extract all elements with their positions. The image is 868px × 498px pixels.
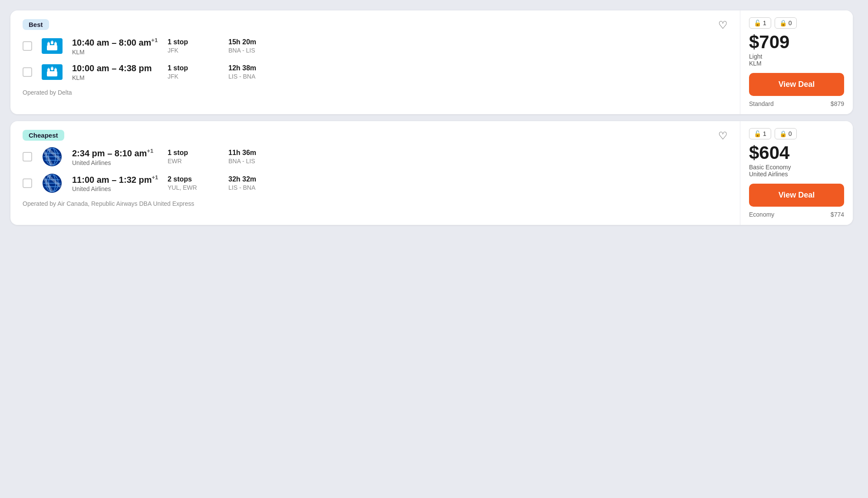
outbound-times-1: 2:34 pm – 8:10 am+1 United Airlines bbox=[72, 148, 159, 166]
outbound-duration-route-1: BNA - LIS bbox=[228, 158, 289, 165]
return-checkbox-1[interactable] bbox=[23, 178, 32, 188]
outbound-duration-route-0: BNA - LIS bbox=[228, 47, 289, 54]
outbound-checkbox-1[interactable] bbox=[23, 152, 32, 162]
return-duration-route-1: LIS - BNA bbox=[228, 184, 289, 191]
alt-price-row-1: Economy $774 bbox=[749, 211, 844, 218]
view-deal-button-1[interactable]: View Deal bbox=[749, 184, 844, 207]
return-times-1: 11:00 am – 1:32 pm+1 United Airlines bbox=[72, 174, 159, 193]
return-duration-label-1: 32h 32m bbox=[228, 175, 289, 183]
lock-badge-1-1: 🔓 1 bbox=[749, 128, 771, 139]
flight-card-1: Cheapest ♡ bbox=[10, 121, 853, 225]
outbound-stops-label-0: 1 stop bbox=[168, 38, 220, 46]
badge-best: Best bbox=[23, 19, 49, 30]
outbound-duration-0: 15h 20m BNA - LIS bbox=[228, 38, 289, 54]
lock-icon-2-0: 🔒 bbox=[779, 20, 787, 26]
lock-badges-1: 🔓 1 🔒 0 bbox=[749, 128, 844, 139]
favorite-button-1[interactable]: ♡ bbox=[718, 130, 728, 142]
card-main-0: Best ♡ bbox=[10, 10, 740, 114]
alt-price-0: $879 bbox=[831, 100, 844, 107]
return-stops-1: 2 stops YUL, EWR bbox=[168, 175, 220, 191]
return-stops-0: 1 stop JFK bbox=[168, 64, 220, 80]
favorite-button-0[interactable]: ♡ bbox=[718, 19, 728, 31]
flight-cards-container: Best ♡ bbox=[10, 10, 853, 225]
card-sidebar-1: 🔓 1 🔒 0 $604 Basic Economy United Airlin… bbox=[740, 121, 853, 225]
return-times-0: 10:00 am – 4:38 pm KLM bbox=[72, 63, 159, 81]
outbound-flight-row-1: 2:34 pm – 8:10 am+1 United Airlines 1 st… bbox=[23, 148, 728, 166]
outbound-stops-airport-1: EWR bbox=[168, 158, 220, 165]
return-airline-logo-0 bbox=[41, 63, 63, 81]
alt-price-1: $774 bbox=[831, 211, 844, 218]
view-deal-button-0[interactable]: View Deal bbox=[749, 73, 844, 96]
outbound-stops-0: 1 stop JFK bbox=[168, 38, 220, 54]
return-flight-row-0: 10:00 am – 4:38 pm KLM 1 stop JFK 12h 38… bbox=[23, 63, 728, 81]
price-airline-0: KLM bbox=[749, 60, 844, 67]
lock-count-2-1: 0 bbox=[789, 130, 792, 137]
outbound-times-0: 10:40 am – 8:00 am+1 KLM bbox=[72, 37, 159, 56]
card-main-1: Cheapest ♡ bbox=[10, 121, 740, 225]
outbound-stops-label-1: 1 stop bbox=[168, 149, 220, 157]
price-type-1: Basic Economy bbox=[749, 164, 844, 171]
return-checkbox-0[interactable] bbox=[23, 67, 32, 77]
lock-icon-1-0: 🔓 bbox=[754, 20, 761, 26]
return-duration-0: 12h 38m LIS - BNA bbox=[228, 64, 289, 80]
alt-price-row-0: Standard $879 bbox=[749, 100, 844, 107]
svg-rect-13 bbox=[47, 71, 57, 76]
lock-count-1-1: 1 bbox=[763, 130, 766, 137]
alt-label-1: Economy bbox=[749, 211, 774, 218]
price-main-1: $604 bbox=[749, 144, 844, 162]
outbound-airline-logo-0 bbox=[41, 37, 63, 55]
return-flight-row-1: 11:00 am – 1:32 pm+1 United Airlines 2 s… bbox=[23, 174, 728, 193]
operated-by-text-1: Operated by Air Canada, Republic Airways… bbox=[23, 200, 728, 207]
outbound-stops-airport-0: JFK bbox=[168, 47, 220, 54]
outbound-airline-logo-1 bbox=[41, 148, 63, 165]
return-time-text-0: 10:00 am – 4:38 pm bbox=[72, 63, 159, 73]
united-airlines-logo-icon bbox=[43, 147, 62, 166]
card-sidebar-0: 🔓 1 🔒 0 $709 Light KLM View Deal Standar… bbox=[740, 10, 853, 114]
price-type-0: Light bbox=[749, 53, 844, 60]
badge-cheapest: Cheapest bbox=[23, 130, 64, 141]
united-airlines-logo-icon bbox=[43, 174, 62, 193]
outbound-stops-1: 1 stop EWR bbox=[168, 149, 220, 165]
outbound-checkbox-0[interactable] bbox=[23, 41, 32, 51]
outbound-time-text-0: 10:40 am – 8:00 am+1 bbox=[72, 37, 159, 48]
return-stops-label-0: 1 stop bbox=[168, 64, 220, 72]
lock-icon-2-1: 🔒 bbox=[779, 130, 787, 137]
price-main-0: $709 bbox=[749, 33, 844, 51]
flight-card-0: Best ♡ bbox=[10, 10, 853, 114]
lock-badge-1-0: 🔓 1 bbox=[749, 17, 771, 29]
return-airline-name-0: KLM bbox=[72, 74, 159, 81]
lock-badge-2-1: 🔒 0 bbox=[775, 128, 797, 139]
price-airline-1: United Airlines bbox=[749, 171, 844, 178]
return-stops-airport-1: YUL, EWR bbox=[168, 184, 220, 191]
return-stops-airport-0: JFK bbox=[168, 73, 220, 80]
return-stops-label-1: 2 stops bbox=[168, 175, 220, 183]
outbound-flight-row-0: 10:40 am – 8:00 am+1 KLM 1 stop JFK 15h … bbox=[23, 37, 728, 56]
klm-logo-icon bbox=[42, 38, 63, 54]
return-duration-route-0: LIS - BNA bbox=[228, 73, 289, 80]
lock-count-1-0: 1 bbox=[763, 20, 766, 26]
return-duration-label-0: 12h 38m bbox=[228, 64, 289, 72]
return-time-text-1: 11:00 am – 1:32 pm+1 bbox=[72, 174, 159, 185]
outbound-airline-name-1: United Airlines bbox=[72, 159, 159, 166]
outbound-duration-1: 11h 36m BNA - LIS bbox=[228, 149, 289, 165]
lock-count-2-0: 0 bbox=[789, 20, 792, 26]
lock-badges-0: 🔓 1 🔒 0 bbox=[749, 17, 844, 29]
return-airline-logo-1 bbox=[41, 175, 63, 192]
outbound-duration-label-1: 11h 36m bbox=[228, 149, 289, 157]
svg-rect-3 bbox=[47, 45, 57, 50]
lock-icon-1-1: 🔓 bbox=[754, 130, 761, 137]
return-airline-name-1: United Airlines bbox=[72, 185, 159, 192]
klm-logo-icon bbox=[42, 64, 63, 80]
lock-badge-2-0: 🔒 0 bbox=[775, 17, 797, 29]
return-duration-1: 32h 32m LIS - BNA bbox=[228, 175, 289, 191]
outbound-airline-name-0: KLM bbox=[72, 49, 159, 56]
alt-label-0: Standard bbox=[749, 100, 774, 107]
operated-by-text-0: Operated by Delta bbox=[23, 89, 728, 96]
outbound-duration-label-0: 15h 20m bbox=[228, 38, 289, 46]
outbound-time-text-1: 2:34 pm – 8:10 am+1 bbox=[72, 148, 159, 158]
